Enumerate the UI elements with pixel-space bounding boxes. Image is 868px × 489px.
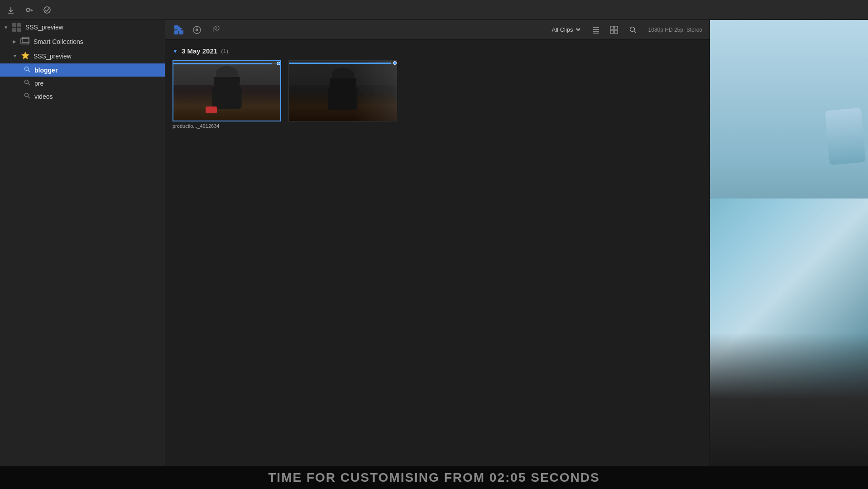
- all-clips-dropdown[interactable]: All Clips: [552, 26, 581, 33]
- smart-collections-icon: [20, 37, 30, 46]
- svg-marker-12: [21, 52, 29, 59]
- bottom-banner-text: TIME FOR CUSTOMISING FROM 02:05 SECONDS: [268, 470, 599, 485]
- svg-point-13: [25, 67, 29, 71]
- clip-progress-bar-2: [289, 63, 397, 64]
- sidebar-item-videos[interactable]: videos: [0, 90, 165, 103]
- library-icon: [12, 22, 22, 32]
- library-chevron: [4, 25, 8, 30]
- svg-rect-35: [610, 30, 614, 34]
- search-btn[interactable]: [627, 24, 639, 36]
- svg-rect-6: [12, 23, 16, 27]
- svg-rect-8: [12, 28, 16, 32]
- import-button[interactable]: [4, 3, 18, 17]
- svg-line-16: [28, 83, 30, 85]
- svg-rect-33: [610, 26, 614, 29]
- clip-label-1: productio..._4912634: [173, 123, 281, 129]
- content-header: T 1 All Clips: [165, 20, 710, 40]
- library-icon-btn[interactable]: [173, 24, 185, 36]
- blogger-search-icon: [24, 66, 31, 74]
- date-label: 3 May 2021: [182, 47, 217, 55]
- preview-panel: [710, 20, 868, 466]
- clips-area: ▼ 3 May 2021 (1): [165, 40, 710, 466]
- svg-point-1: [26, 8, 30, 12]
- pre-label: pre: [34, 80, 43, 87]
- clip-progress-fill-1: [173, 63, 272, 64]
- svg-rect-9: [17, 28, 21, 32]
- date-chevron: ▼: [173, 48, 178, 54]
- date-group-header[interactable]: ▼ 3 May 2021 (1): [173, 47, 702, 55]
- svg-line-38: [634, 31, 636, 33]
- clip-item[interactable]: productio..._4912634: [173, 60, 281, 129]
- clip-item-2[interactable]: [288, 60, 397, 129]
- library-name: SSS_preview: [25, 24, 63, 31]
- sidebar: SSS_preview Smart Collections SSS_previe…: [0, 20, 165, 466]
- svg-rect-11: [22, 37, 29, 43]
- smart-collections-label: Smart Collections: [34, 38, 83, 45]
- clip-progress-handle-1: [277, 62, 280, 65]
- date-count: (1): [221, 48, 228, 54]
- list-view-btn[interactable]: [590, 24, 601, 35]
- videos-search-icon: [24, 92, 31, 101]
- grid-view-btn[interactable]: [609, 24, 619, 35]
- toolbar: [0, 0, 868, 20]
- svg-point-24: [196, 29, 198, 31]
- svg-point-37: [630, 27, 634, 31]
- clip-progress-handle-2: [393, 61, 397, 65]
- clip-progress-fill-2: [289, 63, 391, 64]
- main-layout: SSS_preview Smart Collections SSS_previe…: [0, 20, 868, 466]
- sidebar-item-pre[interactable]: pre: [0, 77, 165, 90]
- svg-rect-34: [614, 26, 618, 29]
- event-root[interactable]: SSS_preview: [0, 48, 165, 63]
- svg-rect-22: [179, 30, 183, 34]
- check-button[interactable]: [40, 3, 54, 17]
- all-clips-label: All Clips: [552, 26, 573, 33]
- sidebar-item-blogger[interactable]: blogger: [0, 63, 165, 77]
- svg-line-18: [28, 97, 30, 98]
- event-chevron: [13, 53, 17, 58]
- blogger-label: blogger: [34, 67, 58, 74]
- smart-collections[interactable]: Smart Collections: [0, 34, 165, 48]
- svg-point-5: [44, 7, 50, 13]
- svg-rect-21: [174, 30, 178, 34]
- clip-thumbnail-2[interactable]: [288, 60, 397, 121]
- smart-collections-chevron: [13, 39, 16, 44]
- svg-rect-36: [614, 30, 618, 34]
- library-root[interactable]: SSS_preview: [0, 20, 165, 34]
- content-area: T 1 All Clips: [165, 20, 710, 466]
- clips-grid: productio..._4912634: [173, 60, 702, 129]
- svg-point-17: [25, 93, 29, 97]
- pre-search-icon: [24, 79, 31, 87]
- videos-label: videos: [34, 93, 53, 100]
- svg-rect-7: [17, 23, 21, 27]
- clip-thumbnail-1[interactable]: [173, 60, 281, 121]
- svg-line-14: [28, 70, 30, 72]
- format-label: 1080p HD 25p, Stereo: [648, 27, 702, 33]
- text-icon-btn[interactable]: T 1: [209, 24, 221, 36]
- key-button[interactable]: [22, 3, 36, 17]
- svg-point-15: [25, 80, 29, 84]
- event-name: SSS_preview: [34, 53, 72, 60]
- bottom-banner: TIME FOR CUSTOMISING FROM 02:05 SECONDS: [0, 466, 868, 489]
- event-icon: [21, 51, 30, 61]
- music-icon-btn[interactable]: [191, 24, 203, 36]
- svg-text:1: 1: [216, 26, 218, 30]
- clip-progress-bar-1: [173, 63, 280, 64]
